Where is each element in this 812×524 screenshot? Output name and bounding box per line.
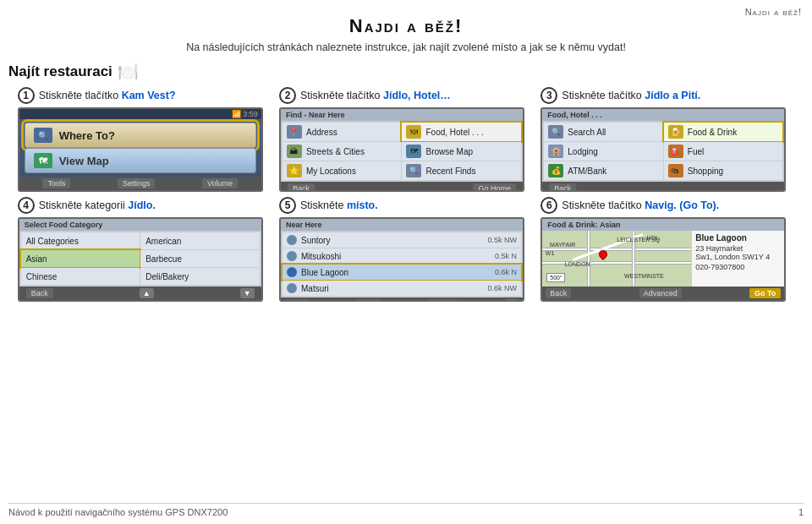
s2-cell-streets: 🏔 Streets & Cities [283, 142, 402, 161]
step-6-screen-body: MAYFAIR LONDON LEICESTER SQ WESTMINSTE W… [542, 231, 784, 287]
section-title: Najít restauraci [8, 63, 112, 80]
footer-page-number: 1 [798, 507, 804, 517]
s2-cell-browse: 🗺 Browse Map [402, 142, 521, 161]
step-6-screen-footer: Back Advanced Go To [542, 287, 784, 300]
step-1: 1 Stiskněte tlačítko Kam Vest? 📶 3:59 🔍 … [18, 87, 272, 192]
s2-cell-food-hotel: 🍽 Food, Hotel . . . [402, 123, 521, 141]
streets-icon: 🏔 [287, 145, 302, 158]
s3-cell-atm: 💰 ATM/Bank [544, 161, 663, 180]
fuel-icon: ⛽ [668, 145, 683, 158]
s3-cell-fuel: ⛽ Fuel [664, 142, 783, 161]
s4-cell-american: American [140, 232, 260, 249]
step-5-screen: Near Here Suntory 0.5k NW Mitsukoshi 0.5… [279, 217, 524, 302]
s5-dot [287, 283, 297, 293]
footer-text: Návod k použití navigačního systému GPS … [8, 507, 228, 517]
step-1-screen-footer: Tools Settings Volume [19, 177, 261, 190]
atm-icon: 💰 [548, 164, 563, 177]
s5-dot [287, 235, 297, 245]
step-1-highlight: Kam Vest? [122, 90, 176, 101]
lodging-icon: 🏨 [548, 145, 563, 158]
restaurant-icon: 🍽️ [118, 62, 139, 82]
step-4-screen-grid: All Categories American Asian Barbecue C… [19, 231, 261, 287]
steps-row-1: 1 Stiskněte tlačítko Kam Vest? 📶 3:59 🔍 … [14, 87, 798, 192]
s4-cell-asian: Asian [21, 250, 140, 267]
step-6-screen-header: Food & Drink: Asian [542, 219, 784, 231]
mylocations-icon: ⭐ [287, 164, 302, 177]
step-5-screen-footer: Back Spell Near... ▼ [281, 297, 523, 302]
info-addr: 23 HaymarketSw1, London SW1Y 4 [695, 244, 781, 261]
step-2-highlight: Jídlo, Hotel… [383, 90, 451, 101]
step-3-screen-grid: 🔍 Search All 🍺 Food & Drink 🏨 Lodging ⛽ … [542, 121, 784, 182]
browse-icon: 🗺 [406, 145, 421, 158]
step-5-screen-header: Near Here [281, 219, 523, 231]
step-2-label: 2 Stiskněte tlačítko Jídlo, Hotel… [279, 87, 533, 104]
info-phone: 020-79307800 [695, 263, 781, 271]
step-5-list: Suntory 0.5k NW Mitsukoshi 0.5k N Blue L… [281, 231, 523, 297]
step-3-screen-footer: Back [542, 182, 784, 192]
s3-cell-searchall: 🔍 Search All [544, 123, 663, 141]
where-to-icon: 🔍 [34, 128, 52, 143]
step-3-label: 3 Stiskněte tlačítko Jídlo a Pití. [540, 87, 794, 104]
view-map-button: 🗺 View Map [25, 148, 256, 173]
s5-item-mitsukoshi: Mitsukoshi 0.5k N [283, 248, 521, 264]
s5-item-suntory: Suntory 0.5k NW [283, 232, 521, 248]
s2-cell-mylocations: ⭐ My Locations [283, 161, 402, 180]
page-subtitle: Na následujících stránkách naleznete ins… [0, 41, 812, 53]
step-6-screen: Food & Drink: Asian MAYFAIR LONDON LEICE… [540, 217, 786, 302]
s4-cell-deli: Deli/Bakery [140, 268, 260, 285]
step-5-highlight: místo. [347, 199, 378, 211]
page-title: Najdi a běž! [0, 15, 812, 37]
step-2-screen-header: Find - Near Here [281, 109, 523, 121]
s2-cell-address: 📍 Address [283, 123, 402, 141]
step-2: 2 Stiskněte tlačítko Jídlo, Hotel… Find … [279, 87, 533, 192]
searchall-icon: 🔍 [548, 125, 563, 139]
s4-cell-bbq: Barbecue [140, 250, 260, 267]
page-footer: Návod k použití navigačního systému GPS … [8, 503, 804, 517]
s3-cell-shopping: 🛍 Shopping [664, 161, 783, 180]
shopping-icon: 🛍 [668, 164, 683, 177]
step-6-circle: 6 [540, 197, 557, 214]
step-2-circle: 2 [279, 87, 296, 104]
s2-cell-recent: 🔍 Recent Finds [402, 161, 521, 180]
step-3-screen: Food, Hotel . . . 🔍 Search All 🍺 Food & … [540, 107, 786, 192]
step-6-info: Blue Lagoon 23 HaymarketSw1, London SW1Y… [691, 231, 784, 287]
step-2-screen: Find - Near Here 📍 Address 🍽 Food, Hotel… [279, 107, 524, 192]
s4-cell-allcat: All Categories [21, 232, 140, 249]
s4-cell-chinese: Chinese [21, 268, 140, 285]
step-3: 3 Stiskněte tlačítko Jídlo a Pití. Food,… [540, 87, 794, 192]
s5-dot [287, 267, 297, 277]
step-6-label: 6 Stiskněte tlačítko Navig. (Go To). [540, 197, 794, 214]
step-6-map: MAYFAIR LONDON LEICESTER SQ WESTMINSTE W… [542, 231, 691, 287]
step-4-screen-footer: Back ▲ ▼ [19, 287, 261, 300]
step-1-screen-time: 📶 3:59 [19, 109, 261, 119]
step-4-label: 4 Stiskněte kategorii Jídlo. [18, 197, 272, 214]
step-5-circle: 5 [279, 197, 296, 214]
step-1-screen-body: 🔍 Where To? 🗺 View Map [19, 119, 261, 177]
address-icon: 📍 [287, 125, 302, 139]
s5-item-matsuri: Matsuri 0.6k NW [283, 281, 521, 296]
info-name: Blue Lagoon [695, 233, 781, 243]
step-1-label: 1 Stiskněte tlačítko Kam Vest? [18, 87, 272, 104]
s3-cell-lodging: 🏨 Lodging [544, 142, 663, 161]
steps-row-2: 4 Stiskněte kategorii Jídlo. Select Food… [14, 197, 798, 302]
step-3-screen-header: Food, Hotel . . . [542, 109, 784, 121]
step-6: 6 Stiskněte tlačítko Navig. (Go To). Foo… [540, 197, 794, 302]
s5-dot [287, 251, 297, 261]
step-5-label: 5 Stiskněte místo. [279, 197, 533, 214]
food-hotel-icon: 🍽 [406, 125, 421, 139]
step-4-screen-header: Select Food Category [19, 219, 261, 231]
step-2-screen-grid: 📍 Address 🍽 Food, Hotel . . . 🏔 Streets … [281, 121, 523, 182]
step-4: 4 Stiskněte kategorii Jídlo. Select Food… [18, 197, 272, 302]
s3-cell-fooddrink: 🍺 Food & Drink [664, 123, 783, 141]
step-4-screen: Select Food Category All Categories Amer… [18, 217, 263, 302]
step-2-screen-footer: Back Go Home [281, 182, 523, 192]
step-6-highlight: Navig. (Go To). [645, 199, 719, 211]
step-5: 5 Stiskněte místo. Near Here Suntory 0.5… [279, 197, 533, 302]
view-map-icon: 🗺 [34, 153, 52, 168]
step-3-circle: 3 [540, 87, 557, 104]
step-1-circle: 1 [18, 87, 35, 104]
step-1-screen: 📶 3:59 🔍 Where To? 🗺 View Map Tools Sett… [18, 107, 263, 192]
where-to-button: 🔍 Where To? [25, 123, 256, 148]
fooddrink-icon: 🍺 [668, 125, 683, 139]
recent-icon: 🔍 [406, 164, 421, 177]
